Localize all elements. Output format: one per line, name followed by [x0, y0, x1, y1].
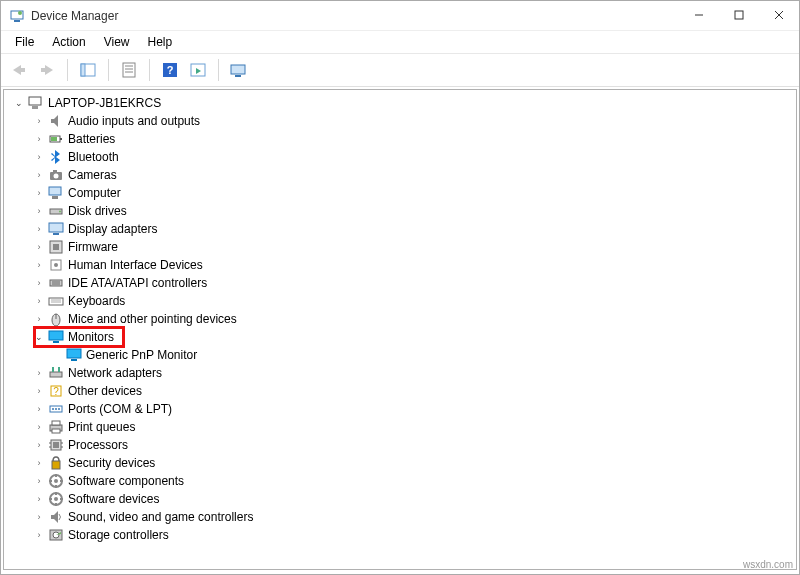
tree-category-row[interactable]: ›Network adapters — [4, 364, 796, 382]
expander-icon[interactable]: › — [32, 258, 46, 272]
tree-device-row[interactable]: Generic PnP Monitor — [4, 346, 796, 364]
properties-button[interactable] — [117, 58, 141, 82]
window-title: Device Manager — [31, 9, 118, 23]
tree-category-row[interactable]: ›Firmware — [4, 238, 796, 256]
expander-icon[interactable]: › — [32, 366, 46, 380]
tree-category-row[interactable]: ›Disk drives — [4, 202, 796, 220]
nav-forward-button[interactable] — [35, 58, 59, 82]
tree-root-row[interactable]: ⌄ LAPTOP-JB1EKRCS — [4, 94, 796, 112]
expander-icon[interactable]: › — [32, 456, 46, 470]
maximize-button[interactable] — [719, 1, 759, 29]
close-button[interactable] — [759, 1, 799, 29]
tree-category-row[interactable]: ›Software devices — [4, 490, 796, 508]
other-icon: ? — [48, 383, 64, 399]
tree-category-row[interactable]: ›Mice and other pointing devices — [4, 310, 796, 328]
svg-rect-1 — [14, 20, 20, 22]
tree-item-label: Software components — [68, 474, 184, 488]
svg-rect-24 — [32, 106, 38, 109]
tree-category-row[interactable]: ›Software components — [4, 472, 796, 490]
menu-action[interactable]: Action — [44, 33, 93, 51]
menu-help[interactable]: Help — [140, 33, 181, 51]
menu-file[interactable]: File — [7, 33, 42, 51]
expander-icon[interactable]: ⌄ — [12, 96, 26, 110]
expander-icon[interactable]: › — [32, 420, 46, 434]
security-icon — [48, 455, 64, 471]
port-icon — [48, 401, 64, 417]
tree-item-label: IDE ATA/ATAPI controllers — [68, 276, 207, 290]
svg-rect-53 — [50, 372, 62, 377]
tree-category-row[interactable]: ⌄Monitors — [4, 328, 796, 346]
expander-icon[interactable]: › — [32, 150, 46, 164]
computer-icon — [48, 185, 64, 201]
camera-icon — [48, 167, 64, 183]
action-button[interactable] — [186, 58, 210, 82]
expander-icon[interactable]: › — [32, 312, 46, 326]
tree-root-label: LAPTOP-JB1EKRCS — [48, 96, 161, 110]
expander-icon[interactable]: › — [32, 186, 46, 200]
expander-icon[interactable]: › — [32, 222, 46, 236]
tree-item-label: Sound, video and game controllers — [68, 510, 253, 524]
tree-item-label: Bluetooth — [68, 150, 119, 164]
tree-category-row[interactable]: ›Security devices — [4, 454, 796, 472]
monitor-icon — [48, 329, 64, 345]
expander-icon[interactable]: › — [32, 294, 46, 308]
expander-icon[interactable]: › — [32, 384, 46, 398]
tree-category-row[interactable]: ›Ports (COM & LPT) — [4, 400, 796, 418]
expander-icon[interactable]: › — [32, 438, 46, 452]
tree-item-label: Batteries — [68, 132, 115, 146]
tree-category-row[interactable]: ›Print queues — [4, 418, 796, 436]
tree-item-label: Human Interface Devices — [68, 258, 203, 272]
help-button[interactable]: ? — [158, 58, 182, 82]
expander-icon[interactable]: › — [32, 528, 46, 542]
expander-icon[interactable]: ⌄ — [32, 330, 46, 344]
expander-icon[interactable]: › — [32, 474, 46, 488]
nav-back-button[interactable] — [7, 58, 31, 82]
tree-category-row[interactable]: ›IDE ATA/ATAPI controllers — [4, 274, 796, 292]
tree-category-row[interactable]: ›Processors — [4, 436, 796, 454]
toolbar: ? — [1, 53, 799, 87]
expander-icon[interactable]: › — [32, 276, 46, 290]
svg-rect-38 — [53, 244, 59, 250]
svg-point-61 — [58, 408, 60, 410]
expander-icon[interactable]: › — [32, 168, 46, 182]
tree-category-row[interactable]: ›Computer — [4, 184, 796, 202]
tree-category-row[interactable]: ›Audio inputs and outputs — [4, 112, 796, 130]
svg-rect-36 — [53, 233, 59, 235]
printer-icon — [48, 419, 64, 435]
svg-rect-27 — [51, 137, 57, 141]
tree-item-label: Ports (COM & LPT) — [68, 402, 172, 416]
scan-hardware-button[interactable] — [227, 58, 251, 82]
expander-icon[interactable]: › — [32, 132, 46, 146]
device-tree[interactable]: ⌄ LAPTOP-JB1EKRCS ›Audio inputs and outp… — [3, 89, 797, 570]
tree-item-label: Disk drives — [68, 204, 127, 218]
tree-category-row[interactable]: ›Keyboards — [4, 292, 796, 310]
watermark: wsxdn.com — [743, 559, 793, 570]
minimize-button[interactable] — [679, 1, 719, 29]
tree-category-row[interactable]: ›Batteries — [4, 130, 796, 148]
svg-point-60 — [55, 408, 57, 410]
menu-view[interactable]: View — [96, 33, 138, 51]
expander-icon[interactable]: › — [32, 204, 46, 218]
tree-category-row[interactable]: ›Sound, video and game controllers — [4, 508, 796, 526]
show-hide-tree-button[interactable] — [76, 58, 100, 82]
tree-category-row[interactable]: ›?Other devices — [4, 382, 796, 400]
tree-item-label: Software devices — [68, 492, 159, 506]
expander-icon[interactable]: › — [32, 402, 46, 416]
tree-item-label: Firmware — [68, 240, 118, 254]
window-controls — [679, 1, 799, 29]
tree-category-row[interactable]: ›Cameras — [4, 166, 796, 184]
software-icon — [48, 473, 64, 489]
svg-marker-9 — [45, 65, 53, 75]
tree-category-row[interactable]: ›Storage controllers — [4, 526, 796, 544]
monitor-icon — [66, 347, 82, 363]
expander-icon[interactable]: › — [32, 492, 46, 506]
svg-rect-50 — [53, 341, 59, 343]
expander-icon[interactable]: › — [32, 114, 46, 128]
svg-text:?: ? — [53, 386, 59, 397]
expander-icon[interactable]: › — [32, 510, 46, 524]
tree-category-row[interactable]: ›Bluetooth — [4, 148, 796, 166]
expander-icon[interactable]: › — [32, 240, 46, 254]
tree-category-row[interactable]: ›Human Interface Devices — [4, 256, 796, 274]
tree-category-row[interactable]: ›Display adapters — [4, 220, 796, 238]
sound-icon — [48, 509, 64, 525]
